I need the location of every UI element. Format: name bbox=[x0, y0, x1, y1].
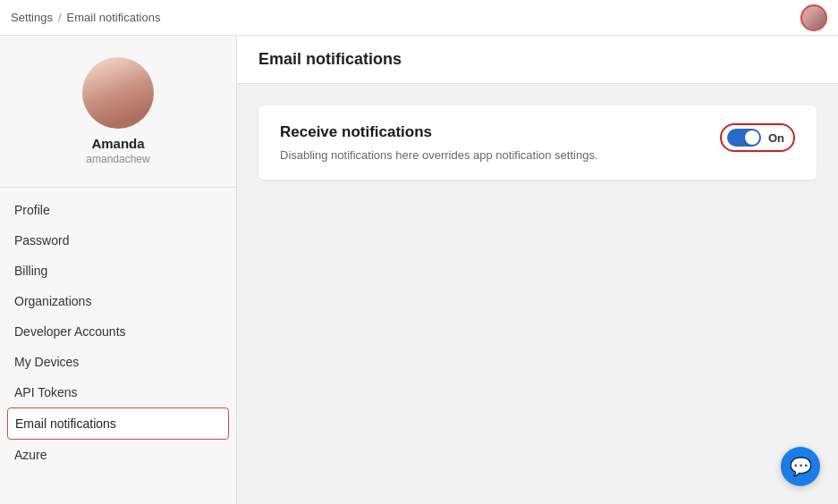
card-left: Receive notifications Disabling notifica… bbox=[280, 123, 598, 162]
sidebar-nav: ProfilePasswordBillingOrganizationsDevel… bbox=[0, 195, 236, 470]
sidebar-item-email-notifications[interactable]: Email notifications bbox=[7, 407, 229, 440]
chat-support-button[interactable]: 💬 bbox=[781, 447, 820, 486]
breadcrumb-current: Email notifications bbox=[67, 11, 161, 24]
topbar: Settings / Email notifications bbox=[0, 0, 838, 36]
sidebar-username: Amanda bbox=[91, 136, 144, 151]
breadcrumb: Settings / Email notifications bbox=[11, 11, 160, 24]
sidebar-item-profile[interactable]: Profile bbox=[0, 195, 236, 225]
toggle-knob bbox=[745, 130, 759, 145]
sidebar: Amanda amandachew ProfilePasswordBilling… bbox=[0, 36, 237, 504]
sidebar-item-billing[interactable]: Billing bbox=[0, 256, 236, 286]
notification-card: Receive notifications Disabling notifica… bbox=[258, 105, 817, 180]
avatar-image bbox=[82, 57, 154, 129]
card-description: Disabling notifications here overrides a… bbox=[280, 148, 598, 162]
sidebar-handle: amandachew bbox=[86, 153, 149, 165]
sidebar-item-azure[interactable]: Azure bbox=[0, 440, 236, 470]
toggle-label: On bbox=[768, 131, 784, 145]
sidebar-item-my-devices[interactable]: My Devices bbox=[0, 347, 236, 377]
main-header: Email notifications bbox=[237, 36, 838, 84]
main-content: Receive notifications Disabling notifica… bbox=[237, 84, 838, 201]
sidebar-divider bbox=[0, 187, 236, 188]
sidebar-item-password[interactable]: Password bbox=[0, 225, 236, 256]
avatar-image-top bbox=[802, 6, 825, 29]
toggle-area[interactable]: On bbox=[720, 123, 795, 152]
sidebar-item-organizations[interactable]: Organizations bbox=[0, 286, 236, 316]
avatar bbox=[82, 57, 154, 129]
user-avatar-top[interactable] bbox=[800, 4, 827, 31]
sidebar-profile: Amanda amandachew bbox=[0, 36, 236, 180]
page-title: Email notifications bbox=[258, 50, 817, 69]
sidebar-item-developer-accounts[interactable]: Developer Accounts bbox=[0, 316, 236, 347]
main-content-area: Email notifications Receive notification… bbox=[237, 36, 838, 504]
toggle-switch[interactable] bbox=[727, 129, 761, 147]
breadcrumb-root[interactable]: Settings bbox=[11, 11, 53, 24]
chat-icon: 💬 bbox=[790, 458, 812, 475]
layout: Amanda amandachew ProfilePasswordBilling… bbox=[0, 36, 838, 504]
breadcrumb-separator: / bbox=[58, 11, 62, 24]
sidebar-item-api-tokens[interactable]: API Tokens bbox=[0, 377, 236, 407]
card-title: Receive notifications bbox=[280, 123, 598, 141]
